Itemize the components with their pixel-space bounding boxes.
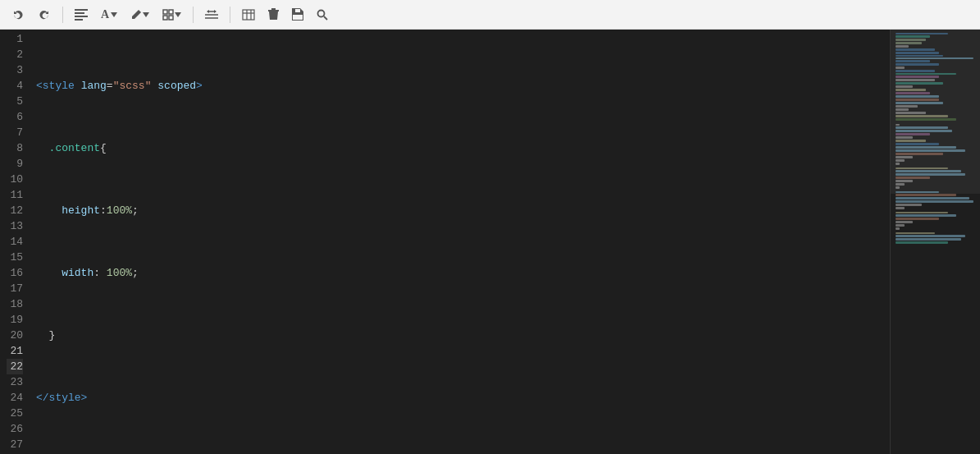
svg-rect-7 [169, 16, 173, 20]
line-num: 2 [7, 47, 23, 62]
pen-button[interactable] [125, 6, 154, 24]
minimap-visual [891, 30, 980, 454]
redo-button[interactable] [33, 5, 56, 25]
line-num: 24 [7, 390, 23, 406]
line-num: 9 [7, 156, 23, 172]
line-num: 14 [7, 234, 23, 250]
line-num: 20 [7, 328, 23, 343]
grid-button[interactable] [157, 6, 186, 24]
line-num: 8 [7, 140, 23, 156]
separator-1 [62, 7, 63, 23]
line-num: 19 [7, 312, 23, 328]
undo-button[interactable] [7, 5, 30, 25]
code-line-2: .content{ [33, 140, 890, 156]
svg-point-15 [318, 10, 325, 16]
text-button[interactable]: A [96, 5, 122, 25]
line-num: 7 [7, 125, 23, 140]
align-button[interactable] [200, 7, 223, 23]
svg-rect-0 [75, 9, 88, 11]
line-num: 27 [7, 437, 23, 452]
svg-line-16 [324, 16, 327, 20]
line-num: 23 [7, 374, 23, 390]
minimap[interactable] [890, 30, 980, 454]
line-num: 1 [7, 31, 23, 47]
code-line-4: width: 100%; [33, 265, 890, 281]
line-num: 13 [7, 218, 23, 234]
code-line-6: </style> [33, 390, 890, 406]
line-num: 21 [7, 343, 23, 359]
line-num: 16 [7, 265, 23, 281]
search-button[interactable] [312, 6, 333, 24]
save-button[interactable] [287, 5, 308, 24]
code-line-5: } [33, 328, 890, 343]
line-num: 15 [7, 250, 23, 265]
separator-3 [230, 7, 230, 23]
line-numbers: 1 2 3 4 5 6 7 8 9 10 11 12 13 14 15 16 1… [0, 30, 33, 454]
svg-rect-1 [75, 12, 84, 14]
code-line-3: height:100%; [33, 203, 890, 218]
svg-rect-5 [169, 10, 173, 14]
line-num: 17 [7, 281, 23, 296]
svg-rect-2 [75, 16, 88, 17]
format-button[interactable] [70, 6, 93, 24]
line-num: 25 [7, 406, 23, 421]
table-button[interactable] [237, 6, 260, 24]
line-num: 3 [7, 62, 23, 78]
svg-rect-3 [75, 19, 83, 21]
editor-container: 1 2 3 4 5 6 7 8 9 10 11 12 13 14 15 16 1… [0, 30, 980, 454]
line-num: 18 [7, 296, 23, 312]
code-content[interactable]: <style lang="scss" scoped> .content{ hei… [33, 30, 890, 454]
line-num: 4 [7, 78, 23, 94]
code-line-1: <style lang="scss" scoped> [33, 78, 890, 94]
code-area: 1 2 3 4 5 6 7 8 9 10 11 12 13 14 15 16 1… [0, 30, 890, 454]
separator-2 [193, 7, 194, 23]
line-num: 6 [7, 109, 23, 125]
delete-button[interactable] [263, 5, 284, 24]
svg-rect-11 [243, 10, 254, 20]
line-num: 10 [7, 172, 23, 187]
line-num: 22 [7, 359, 23, 374]
line-num: 11 [7, 187, 23, 203]
main-editor: 1 2 3 4 5 6 7 8 9 10 11 12 13 14 15 16 1… [0, 30, 890, 454]
svg-rect-6 [163, 16, 167, 20]
line-num: 26 [7, 421, 23, 437]
svg-rect-4 [163, 10, 167, 14]
line-num: 12 [7, 203, 23, 218]
line-num: 5 [7, 94, 23, 109]
toolbar: A [0, 0, 980, 30]
